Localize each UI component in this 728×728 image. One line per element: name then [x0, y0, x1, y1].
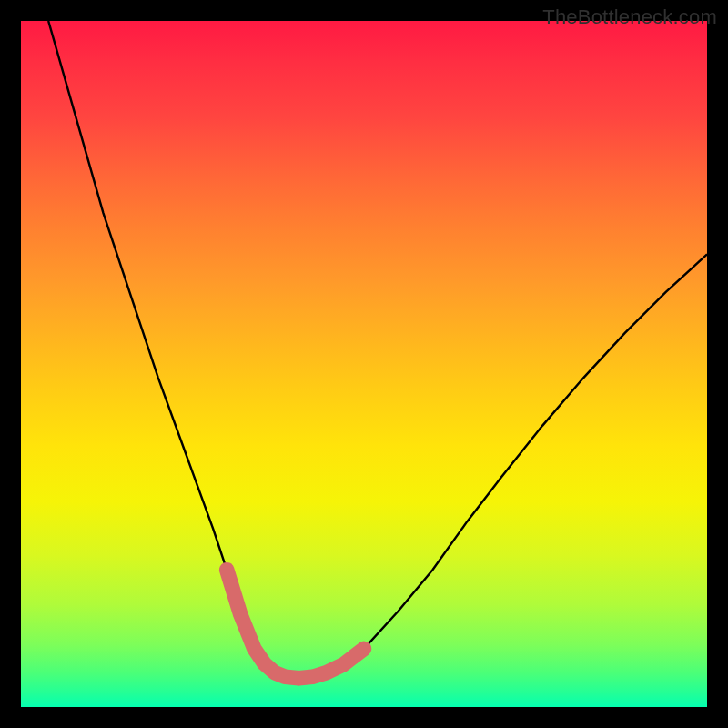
curve-layer [21, 21, 707, 707]
watermark-text: TheBottleneck.com [542, 5, 717, 29]
plot-area [21, 21, 707, 707]
highlight-segment [227, 570, 364, 678]
bottleneck-curve [48, 21, 707, 678]
chart-frame: TheBottleneck.com [0, 0, 728, 728]
